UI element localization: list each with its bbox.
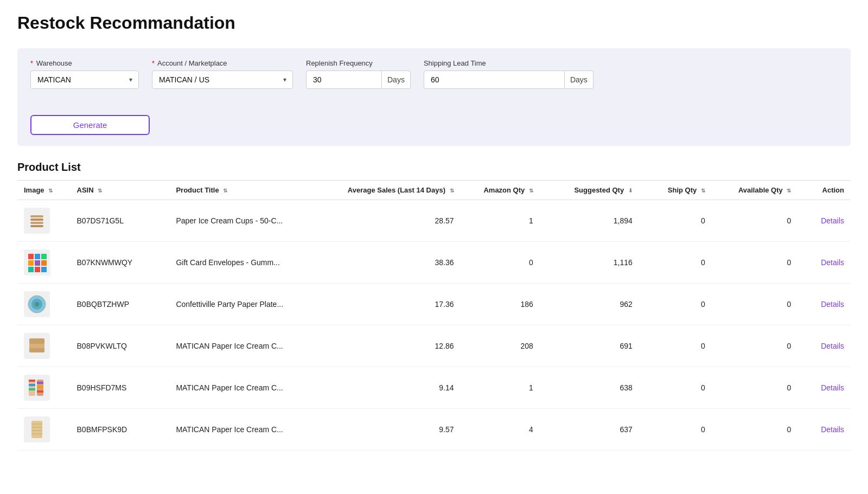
product-table: Image ⇅ ASIN ⇅ Product Title ⇅ Average S… <box>17 180 851 451</box>
cell-image <box>17 242 71 284</box>
sort-icon-asin: ⇅ <box>98 188 102 194</box>
generate-button[interactable]: Generate <box>30 115 150 135</box>
shipping-input-wrapper: Days <box>424 70 593 89</box>
product-image <box>24 375 50 401</box>
cell-available-qty: 0 <box>712 409 798 451</box>
cell-amazon-qty: 1 <box>461 200 540 242</box>
table-row: B0BMFPSK9D MATICAN Paper Ice Cream C... … <box>17 409 851 451</box>
details-link[interactable]: Details <box>821 383 844 392</box>
marketplace-select[interactable]: MATICAN / US <box>152 70 293 89</box>
svg-rect-9 <box>41 260 47 266</box>
table-header-row: Image ⇅ ASIN ⇅ Product Title ⇅ Average S… <box>17 181 851 200</box>
cell-avg-sales: 38.36 <box>315 242 461 284</box>
svg-rect-26 <box>37 390 43 393</box>
cell-asin: B0BQBTZHWP <box>71 284 170 325</box>
cell-ship-qty: 0 <box>639 409 712 451</box>
cell-action[interactable]: Details <box>797 242 851 284</box>
svg-point-15 <box>35 302 39 306</box>
svg-rect-5 <box>35 254 40 259</box>
details-link[interactable]: Details <box>821 342 844 350</box>
cell-available-qty: 0 <box>712 367 798 409</box>
svg-rect-25 <box>37 386 43 388</box>
col-header-available-qty[interactable]: Available Qty ⇅ <box>712 181 798 200</box>
details-link[interactable]: Details <box>821 258 844 267</box>
cell-title: MATICAN Paper Ice Cream C... <box>169 409 315 451</box>
cell-asin: B07DS71G5L <box>71 200 170 242</box>
cell-image <box>17 284 71 325</box>
table-body: B07DS71G5L Paper Ice Cream Cups - 50-C..… <box>17 200 851 451</box>
cell-asin: B08PVKWLTQ <box>71 325 170 367</box>
cell-available-qty: 0 <box>712 242 798 284</box>
cell-asin: B0BMFPSK9D <box>71 409 170 451</box>
col-header-asin[interactable]: ASIN ⇅ <box>71 181 170 200</box>
cell-amazon-qty: 4 <box>461 409 540 451</box>
cell-title: MATICAN Paper Ice Cream C... <box>169 325 315 367</box>
sort-icon-avg-sales: ⇅ <box>450 188 454 194</box>
shipping-label: Shipping Lead Time <box>424 59 593 67</box>
shipping-suffix: Days <box>565 70 593 89</box>
sort-icon-available-qty: ⇅ <box>787 188 791 194</box>
cell-action[interactable]: Details <box>797 367 851 409</box>
cell-action[interactable]: Details <box>797 200 851 242</box>
sort-icon-image: ⇅ <box>48 188 53 194</box>
svg-rect-24 <box>37 382 43 384</box>
col-header-product-title[interactable]: Product Title ⇅ <box>169 181 315 200</box>
cell-ship-qty: 0 <box>639 284 712 325</box>
warehouse-filter-group: * Warehouse MATICAN <box>30 59 139 89</box>
svg-rect-4 <box>28 254 34 259</box>
col-header-ship-qty[interactable]: Ship Qty ⇅ <box>639 181 712 200</box>
cell-asin: B09HSFD7MS <box>71 367 170 409</box>
svg-rect-12 <box>41 267 47 272</box>
replenish-input[interactable] <box>306 70 382 89</box>
cell-title: Gift Card Envelopes - Gumm... <box>169 242 315 284</box>
marketplace-select-wrapper: MATICAN / US <box>152 70 293 89</box>
svg-rect-1 <box>30 219 43 221</box>
marketplace-filter-group: * Account / Marketplace MATICAN / US <box>152 59 293 89</box>
cell-avg-sales: 12.86 <box>315 325 461 367</box>
cell-image <box>17 325 71 367</box>
marketplace-required-star: * <box>152 59 155 67</box>
details-link[interactable]: Details <box>821 216 844 225</box>
cell-avg-sales: 9.57 <box>315 409 461 451</box>
svg-rect-21 <box>29 384 35 386</box>
col-header-avg-sales[interactable]: Average Sales (Last 14 Days) ⇅ <box>315 181 461 200</box>
col-header-image[interactable]: Image ⇅ <box>17 181 71 200</box>
cell-suggested-qty: 962 <box>540 284 639 325</box>
cell-action[interactable]: Details <box>797 409 851 451</box>
shipping-input[interactable] <box>424 70 565 89</box>
cell-title: MATICAN Paper Ice Cream C... <box>169 367 315 409</box>
svg-rect-20 <box>29 380 35 382</box>
filter-bar: * Warehouse MATICAN * Account / Marketpl… <box>17 48 851 146</box>
svg-rect-6 <box>41 254 47 259</box>
shipping-filter-group: Shipping Lead Time Days <box>424 59 593 89</box>
generate-button-row: Generate <box>30 104 838 135</box>
product-image <box>24 416 50 442</box>
svg-rect-7 <box>28 260 34 266</box>
svg-rect-18 <box>29 338 44 344</box>
col-header-amazon-qty[interactable]: Amazon Qty ⇅ <box>461 181 540 200</box>
details-link[interactable]: Details <box>821 425 844 434</box>
cell-available-qty: 0 <box>712 200 798 242</box>
col-header-suggested-qty[interactable]: Suggested Qty ⬇ <box>540 181 639 200</box>
cell-suggested-qty: 638 <box>540 367 639 409</box>
svg-rect-3 <box>30 225 43 227</box>
svg-rect-11 <box>35 267 40 272</box>
table-row: B08PVKWLTQ MATICAN Paper Ice Cream C... … <box>17 325 851 367</box>
cell-amazon-qty: 1 <box>461 367 540 409</box>
cell-avg-sales: 9.14 <box>315 367 461 409</box>
cell-ship-qty: 0 <box>639 367 712 409</box>
cell-suggested-qty: 1,116 <box>540 242 639 284</box>
product-table-wrapper: Image ⇅ ASIN ⇅ Product Title ⇅ Average S… <box>17 180 851 451</box>
cell-title: Confettiville Party Paper Plate... <box>169 284 315 325</box>
details-link[interactable]: Details <box>821 300 844 309</box>
cell-amazon-qty: 186 <box>461 284 540 325</box>
cell-action[interactable]: Details <box>797 325 851 367</box>
cell-available-qty: 0 <box>712 325 798 367</box>
replenish-label: Replenish Frequency <box>306 59 411 67</box>
cell-suggested-qty: 1,894 <box>540 200 639 242</box>
cell-amazon-qty: 208 <box>461 325 540 367</box>
marketplace-label: * Account / Marketplace <box>152 59 293 67</box>
cell-suggested-qty: 691 <box>540 325 639 367</box>
cell-action[interactable]: Details <box>797 284 851 325</box>
warehouse-select[interactable]: MATICAN <box>30 70 139 89</box>
